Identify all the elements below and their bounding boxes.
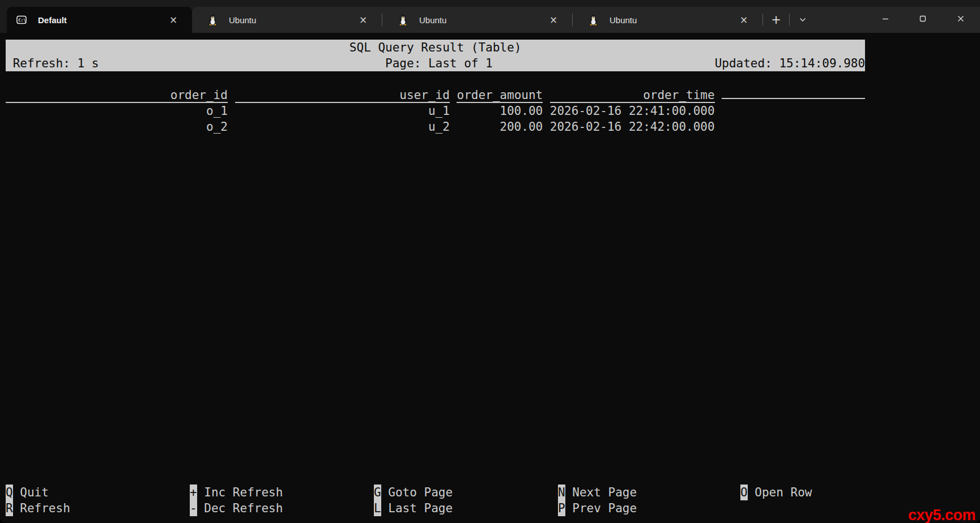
tux-penguin-icon — [208, 15, 218, 25]
cell: u_2 — [235, 119, 450, 135]
watermark: cxy5.com — [908, 507, 975, 523]
terminal-screen[interactable]: SQL Query Result (Table) Refresh: 1 s Pa… — [0, 33, 980, 523]
help-group: +Inc Refresh-Dec Refresh — [190, 485, 283, 516]
plus-icon: + — [771, 13, 781, 27]
table-row: o_1u_1100.002026-02-16 22:41:00.000 — [6, 103, 980, 119]
terminal-window: C:\Default× Ubuntu×Ubuntu×Ubuntu× + — [0, 0, 980, 523]
chevron-down-icon — [799, 13, 807, 27]
cell: u_1 — [235, 103, 450, 119]
close-window-button[interactable] — [941, 7, 980, 33]
help-item: +Inc Refresh — [190, 485, 283, 500]
tab-ubuntu-3[interactable]: Ubuntu× — [573, 7, 762, 33]
tab-ubuntu-1[interactable]: Ubuntu× — [192, 7, 382, 33]
key-hint-O: O — [740, 485, 748, 500]
key-hint-+: + — [190, 485, 197, 500]
help-item: PPrev Page — [558, 500, 637, 516]
tab-label: Ubuntu — [610, 15, 637, 25]
close-tab-button[interactable]: × — [738, 14, 750, 26]
tab-dropdown-button[interactable] — [790, 8, 816, 31]
cell: 100.00 — [457, 103, 543, 119]
tux-penguin-icon — [398, 15, 408, 25]
cell: 2026-02-16 22:42:00.000 — [550, 119, 715, 135]
key-hint-L: L — [374, 500, 381, 516]
help-item: QQuit — [6, 485, 70, 500]
tab-band: Ubuntu×Ubuntu×Ubuntu× + — [192, 7, 980, 33]
cmd-icon: C:\ — [16, 15, 27, 24]
updated-timestamp: Updated: 15:14:09.980 — [493, 55, 865, 71]
maximize-icon — [918, 14, 927, 25]
tab-ubuntu-2[interactable]: Ubuntu× — [382, 7, 572, 33]
tux-penguin-icon — [589, 15, 598, 25]
cell: 2026-02-16 22:41:00.000 — [550, 103, 715, 119]
help-item: -Dec Refresh — [190, 500, 283, 516]
tab-label: Ubuntu — [229, 15, 256, 25]
tab-default[interactable]: C:\Default× — [7, 7, 192, 33]
help-label: Next Page — [572, 486, 637, 499]
help-item: RRefresh — [6, 500, 70, 516]
status-bar: SQL Query Result (Table) Refresh: 1 s Pa… — [6, 40, 865, 71]
help-group: QQuitRRefresh — [6, 485, 70, 516]
title-bar: C:\Default× Ubuntu×Ubuntu×Ubuntu× + — [0, 0, 980, 33]
new-tab-button[interactable]: + — [763, 8, 789, 31]
key-hint-P: P — [558, 500, 565, 516]
close-icon — [956, 14, 965, 25]
cell: o_1 — [6, 103, 228, 119]
help-label: Prev Page — [572, 501, 637, 515]
close-tab-button[interactable]: × — [167, 14, 180, 26]
help-item: NNext Page — [558, 485, 637, 500]
table-header-row: order_iduser_idorder_amountorder_time — [6, 87, 980, 103]
help-item: GGoto Page — [374, 485, 453, 500]
help-group: GGoto PageLLast Page — [374, 485, 453, 516]
key-hint--: - — [190, 500, 197, 516]
refresh-interval-label: Refresh: 1 s — [6, 55, 385, 71]
column-header-user_id: user_id — [235, 88, 450, 103]
help-item: OOpen Row — [740, 485, 812, 500]
help-group: OOpen Row — [740, 485, 812, 500]
column-header-order_time: order_time — [550, 88, 715, 103]
key-hint-Q: Q — [6, 485, 13, 500]
help-item: LLast Page — [374, 500, 453, 516]
cell: o_2 — [6, 119, 228, 135]
key-hint-R: R — [6, 500, 13, 516]
app-title: SQL Query Result (Table) — [350, 41, 521, 54]
help-label: Last Page — [388, 501, 453, 515]
minimize-icon — [881, 14, 890, 25]
page-indicator: Page: Last of 1 — [385, 55, 493, 71]
close-tab-button[interactable]: × — [547, 14, 560, 26]
minimize-button[interactable] — [867, 7, 904, 33]
key-hint-G: G — [374, 485, 381, 500]
tab-label: Default — [38, 15, 67, 25]
help-label: Quit — [20, 486, 49, 499]
tab-label: Ubuntu — [419, 15, 446, 25]
help-label: Goto Page — [388, 486, 453, 499]
help-label: Refresh — [20, 501, 70, 515]
keyboard-help-bar: QQuitRRefresh+Inc Refresh-Dec RefreshGGo… — [6, 485, 865, 516]
svg-text:C:\: C:\ — [18, 18, 26, 23]
column-header-order_id: order_id — [6, 88, 228, 103]
column-header-order_amount: order_amount — [457, 88, 543, 103]
close-tab-button[interactable]: × — [357, 14, 369, 26]
help-label: Dec Refresh — [204, 501, 283, 515]
help-label: Inc Refresh — [204, 486, 283, 499]
maximize-button[interactable] — [904, 7, 941, 33]
cell: 200.00 — [457, 119, 543, 135]
blank-line — [6, 71, 980, 87]
help-group: NNext PagePPrev Page — [558, 485, 637, 516]
column-header-blank — [722, 98, 865, 99]
result-table: order_iduser_idorder_amountorder_timeo_1… — [6, 87, 980, 135]
key-hint-N: N — [558, 485, 565, 500]
help-label: Open Row — [755, 486, 812, 499]
table-row: o_2u_2200.002026-02-16 22:42:00.000 — [6, 119, 980, 135]
